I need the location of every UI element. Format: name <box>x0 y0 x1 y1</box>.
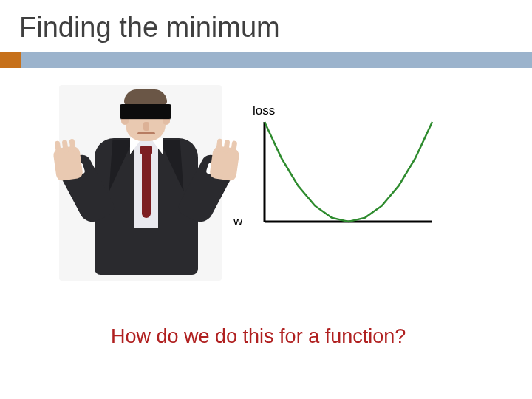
question-text: How do we do this for a function? <box>111 325 406 348</box>
accent-tab <box>0 52 21 68</box>
axis-label-y: loss <box>253 103 275 118</box>
loss-curve-chart <box>251 118 436 229</box>
accent-bar <box>0 52 532 68</box>
loss-curve <box>265 122 432 222</box>
hand-icon <box>52 146 83 182</box>
slide: Finding the minimum loss w H <box>0 0 532 399</box>
blindfold-icon <box>120 104 171 119</box>
axis-label-x: w <box>233 214 242 229</box>
blindfolded-man-image <box>59 85 222 281</box>
page-title: Finding the minimum <box>19 12 280 44</box>
hand-icon <box>209 146 240 182</box>
